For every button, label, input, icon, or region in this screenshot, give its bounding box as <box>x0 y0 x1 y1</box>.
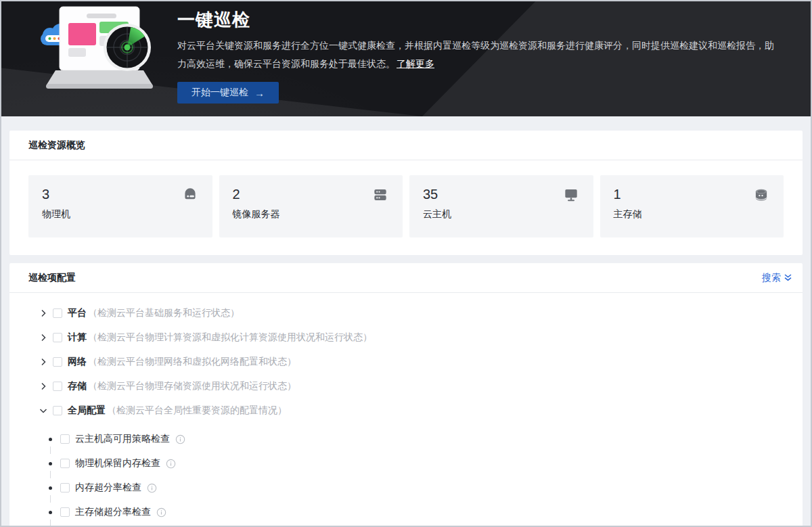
category-description: （检测云平台全局性重要资源的配置情况） <box>107 405 287 417</box>
category-label: 平台 <box>68 307 87 319</box>
expand-chevron-icon[interactable] <box>39 382 47 390</box>
info-icon[interactable] <box>156 507 166 518</box>
item-label: 主存储超分率检查 <box>75 506 151 518</box>
resource-card: 1 主存储 <box>600 175 784 237</box>
inspection-illustration <box>37 4 160 93</box>
info-icon[interactable] <box>147 483 157 493</box>
laptop-radar-illustration <box>37 4 160 91</box>
config-title: 巡检项配置 <box>28 272 76 284</box>
category-checkbox[interactable] <box>53 333 62 342</box>
bullet-icon <box>49 462 52 465</box>
resource-label: 物理机 <box>42 208 199 221</box>
arrow-right-icon: → <box>254 87 265 99</box>
tree-category-row[interactable]: 平台 （检测云平台基础服务和运行状态） <box>39 301 784 325</box>
page-title: 一键巡检 <box>177 8 775 32</box>
info-icon[interactable] <box>166 459 176 469</box>
cloud-host-icon <box>562 186 580 204</box>
item-label: 物理机保留内存检查 <box>75 457 160 469</box>
resource-card: 35 云主机 <box>409 175 593 237</box>
resource-cards: 3 物理机 2 镜像服务器 35 <box>9 160 803 255</box>
category-description: （检测云平台物理存储资源使用状况和运行状态） <box>88 380 296 392</box>
bullet-icon <box>49 486 52 490</box>
expand-chevron-icon[interactable] <box>39 334 47 342</box>
category-label: 存储 <box>68 380 87 392</box>
item-label: 内存超分率检查 <box>75 482 141 494</box>
physical-machine-icon <box>181 186 199 204</box>
main-content: 巡检资源概览 3 物理机 2 镜像服务器 <box>1 131 811 527</box>
tree-category-row[interactable]: 存储 （检测云平台物理存储资源使用状况和运行状态） <box>39 374 784 398</box>
category-checkbox[interactable] <box>53 357 62 367</box>
image-server-icon <box>371 186 389 204</box>
tree-category-row[interactable]: 全局配置 （检测云平台全局性重要资源的配置情况） <box>39 398 784 423</box>
banner: 一键巡检 对云平台关键资源和服务进行全方位一键式健康检查，并根据内置巡检等级为巡… <box>1 1 811 116</box>
learn-more-link[interactable]: 了解更多 <box>397 58 434 69</box>
item-checkbox[interactable] <box>60 483 70 492</box>
resource-overview-panel: 巡检资源概览 3 物理机 2 镜像服务器 <box>9 131 803 255</box>
resource-count: 2 <box>233 187 390 202</box>
category-description: （检测云平台基础服务和运行状态） <box>88 307 240 319</box>
item-checkbox[interactable] <box>60 434 70 444</box>
tree-item-row: 物理机保留内存检查 <box>39 451 784 476</box>
primary-storage-icon <box>752 186 770 204</box>
expand-chevron-icon[interactable] <box>39 407 47 415</box>
search-link-label: 搜索 <box>762 272 781 284</box>
search-toggle-link[interactable]: 搜索 <box>762 272 792 284</box>
bullet-icon <box>49 511 52 514</box>
bullet-icon <box>49 438 52 441</box>
item-label: 云主机高可用策略检查 <box>75 433 170 445</box>
one-click-inspection-page: 一键巡检 对云平台关键资源和服务进行全方位一键式健康检查，并根据内置巡检等级为巡… <box>0 0 812 527</box>
tree-category-row[interactable]: 计算 （检测云平台物理计算资源和虚拟化计算资源使用状况和运行状态） <box>39 325 784 350</box>
start-inspection-button[interactable]: 开始一键巡检 → <box>177 82 279 104</box>
expand-chevron-icon[interactable] <box>39 358 47 366</box>
category-checkbox[interactable] <box>53 382 62 391</box>
banner-description: 对云平台关键资源和服务进行全方位一键式健康检查，并根据内置巡检等级为巡检资源和服… <box>177 37 775 73</box>
resource-label: 镜像服务器 <box>233 208 390 221</box>
tree-children-group: 云主机高可用策略检查 物理机保留内存检查 内存超分率检查 <box>39 427 784 524</box>
double-chevron-down-icon <box>784 274 792 281</box>
tree-item-row: 云主机高可用策略检查 <box>39 427 784 451</box>
expand-chevron-icon[interactable] <box>39 309 47 317</box>
resource-count: 1 <box>614 187 771 202</box>
inspection-config-header: 巡检项配置 搜索 <box>9 263 803 293</box>
category-checkbox[interactable] <box>53 406 62 415</box>
category-label: 计算 <box>68 331 87 344</box>
resource-card: 3 物理机 <box>28 175 212 237</box>
category-checkbox[interactable] <box>53 308 62 318</box>
inspection-tree: 平台 （检测云平台基础服务和运行状态） 计算 （检测云平台物理计算资源和虚拟化计… <box>9 293 803 527</box>
resource-card: 2 镜像服务器 <box>219 175 403 237</box>
info-icon[interactable] <box>175 434 185 444</box>
tree-item-row: 内存超分率检查 <box>39 476 784 500</box>
start-button-label: 开始一键巡检 <box>191 87 248 99</box>
category-label: 网络 <box>68 356 87 368</box>
overview-title: 巡检资源概览 <box>28 139 85 152</box>
resource-label: 云主机 <box>423 208 580 221</box>
resource-label: 主存储 <box>614 208 771 221</box>
radar-icon <box>104 24 151 71</box>
banner-description-text: 对云平台关键资源和服务进行全方位一键式健康检查，并根据内置巡检等级为巡检资源和服… <box>177 40 774 69</box>
item-checkbox[interactable] <box>60 507 70 517</box>
resource-count: 35 <box>423 187 580 202</box>
category-description: （检测云平台物理网络和虚拟化网络配置和状态） <box>88 356 296 368</box>
item-checkbox[interactable] <box>60 459 70 468</box>
inspection-config-panel: 巡检项配置 搜索 平台 （检测云平台基础服务和运行状态） <box>9 263 803 527</box>
tree-item-row: 主存储超分率检查 <box>39 500 784 524</box>
resource-count: 3 <box>42 187 199 202</box>
category-description: （检测云平台物理计算资源和虚拟化计算资源使用状况和运行状态） <box>88 331 372 344</box>
category-label: 全局配置 <box>68 405 106 417</box>
tree-category-row[interactable]: 网络 （检测云平台物理网络和虚拟化网络配置和状态） <box>39 350 784 374</box>
resource-overview-header: 巡检资源概览 <box>9 131 803 160</box>
